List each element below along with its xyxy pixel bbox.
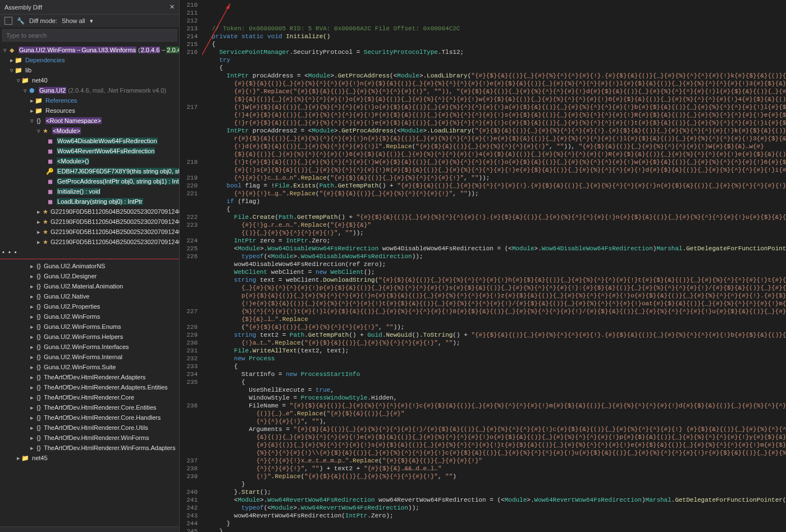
tree-net40[interactable]: ▿📁 net40 <box>0 75 179 85</box>
tree-net45[interactable]: ▸📁 net45 <box>0 453 179 463</box>
tree-ns-item[interactable]: ▸{}Guna.UI2.WinForms.Internal <box>0 352 179 362</box>
root-label: Guna.UI2.WinForms→Guna.UI3.Winforms <box>19 47 136 53</box>
tree-ns-item[interactable]: ▸{}TheArtOfDev.HtmlRenderer.Core.Utils <box>0 423 179 433</box>
tree-module[interactable]: ▿★ <Module> <box>0 126 179 136</box>
search-input[interactable] <box>2 29 177 42</box>
code-editor: 2102112122132142152162172182192202212222… <box>180 0 786 532</box>
tree-guid4[interactable]: ▸★G22190F0D5B1120504B2500252302070912462… <box>0 237 179 247</box>
tree-guid3[interactable]: ▸★G22190F0D5B1120504B2500252302070912462… <box>0 227 179 237</box>
sidebar-toolbar: 🔧 Diff mode: Show all ▾ <box>0 15 179 27</box>
tree-method-getprocaddress[interactable]: ◼ GetProcAddress(IntPtr obj0, string obj… <box>0 176 179 186</box>
tree-rootns[interactable]: ▿{} <Root Namespace> <box>0 116 179 126</box>
assembly-diff-sidebar: Assembly Diff ✕ 🔧 Diff mode: Show all ▾ … <box>0 0 180 532</box>
tree-ns-item[interactable]: ▸{}Guna.UI2.WinForms <box>0 311 179 322</box>
tree-refs[interactable]: ▸📁 References <box>0 95 179 106</box>
close-icon[interactable]: ✕ <box>170 3 175 11</box>
tree-ns-item[interactable]: ▸{}TheArtOfDev.HtmlRenderer.Adapters.Ent… <box>0 382 179 392</box>
diff-mode-label: Diff mode: <box>29 17 57 24</box>
tree-ns-item[interactable]: ▸{}Guna.UI2.WinForms.Enums <box>0 322 179 332</box>
tree-view[interactable]: ▿◆ Guna.UI2.WinForms→Guna.UI3.Winforms (… <box>0 44 179 526</box>
wrench-icon[interactable]: 🔧 <box>17 17 25 25</box>
tree-ns-item[interactable]: ▸{}Guna.UI2.WinForms.Suite <box>0 362 179 372</box>
tree-method-wow64disable[interactable]: ◼ Wow64DisableWow64FsRedirection <box>0 136 179 146</box>
tree-method-wow64revert[interactable]: ◼ Wow64RevertWow64FsRedirection <box>0 146 179 156</box>
tree-ns-item[interactable]: ▸{}TheArtOfDev.HtmlRenderer.Adapters <box>0 372 179 382</box>
search-container <box>0 27 179 44</box>
tree-ns-item[interactable]: ▸{}Guna.UI2.Properties <box>0 301 179 311</box>
tree-method-edbh[interactable]: 🔑 EDBH7J6D9F6D5F7X8Y9(this string obj0, … <box>0 166 179 176</box>
tree-method-initialize[interactable]: ◼ Initialize() : void <box>0 186 179 196</box>
tree-ns-item[interactable]: ▸{}Guna.UI2.WinForms.Interfaces <box>0 342 179 352</box>
tree-ns-item[interactable]: ▸{}Guna.UI2.AnimatorNS <box>0 261 179 271</box>
tree-ns-item[interactable]: ▸{}Guna.UI2.Designer <box>0 271 179 281</box>
tree-ns-item[interactable]: ▸{}Guna.UI2.Native <box>0 291 179 301</box>
diff-mode-value[interactable]: Show all <box>62 17 85 24</box>
tree-method-ctor[interactable]: ◼ <Module>() <box>0 156 179 166</box>
tree-lib[interactable]: ▿📁 lib <box>0 65 179 75</box>
tree-root[interactable]: ▿◆ Guna.UI2.WinForms→Guna.UI3.Winforms (… <box>0 45 179 55</box>
divider <box>0 259 179 259</box>
tree-ns-item[interactable]: ▸{}TheArtOfDev.HtmlRenderer.Core <box>0 392 179 402</box>
tree-guid1[interactable]: ▸★G22190F0D5B1120504B2500252302070912462… <box>0 207 179 217</box>
line-gutter: 2102112122132142152162172182192202212222… <box>180 0 202 532</box>
tree-more-indicator: • • • <box>0 247 179 257</box>
tree-deps[interactable]: ▸📁 Dependencies <box>0 55 179 65</box>
tree-ns-item[interactable]: ▸{}TheArtOfDev.HtmlRenderer.WinForms <box>0 433 179 443</box>
chevron-down-icon[interactable]: ▾ <box>90 17 93 25</box>
diff-view-icon[interactable] <box>4 17 12 25</box>
svg-marker-1 <box>226 3 230 9</box>
tree-resources[interactable]: ▸📁 Resources <box>0 106 179 116</box>
code-content[interactable]: // Token: 0x06000005 RID: 5 RVA: 0x00006… <box>202 0 786 532</box>
sidebar-bottom-scrollbar[interactable] <box>0 526 179 532</box>
tree-ns-item[interactable]: ▸{}Guna.UI2.Material.Animation <box>0 281 179 291</box>
tree-ns-item[interactable]: ▸{}TheArtOfDev.HtmlRenderer.Core.Handler… <box>0 412 179 423</box>
tree-assembly[interactable]: ▿⬢ Guna.UI2 (2.0.4.6, msil, .Net Framewo… <box>0 85 179 95</box>
tree-method-loadlibrary[interactable]: ◼ LoadLibrary(string obj0) : IntPtr <box>0 196 179 207</box>
tree-ns-item[interactable]: ▸{}Guna.UI2.WinForms.Helpers <box>0 332 179 342</box>
sidebar-header: Assembly Diff ✕ <box>0 0 179 15</box>
sidebar-title: Assembly Diff <box>4 4 42 11</box>
tree-ns-item[interactable]: ▸{}TheArtOfDev.HtmlRenderer.WinForms.Ada… <box>0 443 179 453</box>
tree-guid2[interactable]: ▸★G22190F0D5B1120504B2500252302070912462… <box>0 217 179 227</box>
tree-ns-item[interactable]: ▸{}TheArtOfDev.HtmlRenderer.Core.Entitie… <box>0 402 179 412</box>
